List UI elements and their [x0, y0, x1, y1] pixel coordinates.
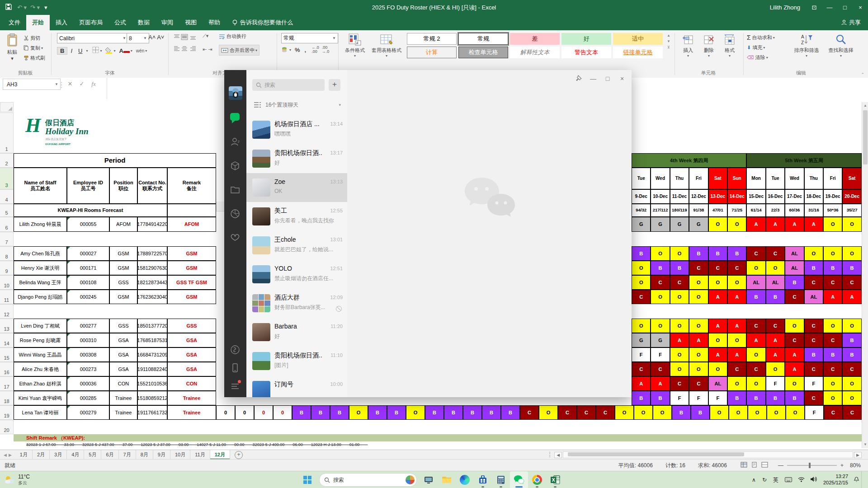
staff-cell-r14-c1[interactable]: 000310 — [67, 333, 109, 347]
staff-cell-r10-c2[interactable]: GSS — [109, 275, 137, 290]
row19-cell-2[interactable]: B — [330, 405, 349, 420]
date-cell-6[interactable]: 15-Dec — [746, 189, 765, 204]
staff-cell-r16-c2[interactable]: GSA — [109, 362, 137, 376]
staff-cell-r11-c4[interactable]: GSM — [167, 290, 216, 304]
roster-cell-r11-c4[interactable]: A — [708, 290, 727, 304]
roster-cell-r13-c1[interactable]: O — [651, 319, 670, 333]
roster-cell-r17-c1[interactable]: A — [651, 376, 670, 391]
cancel-entry-icon[interactable]: ✕ — [64, 80, 76, 87]
cell-style-常规[interactable]: 常规 — [458, 33, 508, 45]
date-cell-7[interactable]: 16-Dec — [766, 189, 785, 204]
staff-cell-r17-c3[interactable]: 15521010536 — [137, 376, 167, 391]
roster-cell-r17-c4[interactable]: AL — [708, 376, 727, 391]
delete-cells-button[interactable]: 删除▾ — [699, 32, 719, 67]
chats-icon[interactable] — [230, 113, 240, 123]
new-sheet-button[interactable]: + — [235, 451, 243, 459]
row19-cell-0[interactable]: B — [292, 405, 311, 420]
roster-cell-r10-c3[interactable]: O — [689, 275, 708, 290]
row-header-3[interactable]: 3 — [0, 168, 14, 189]
roster-cell-r10-c0[interactable]: O — [632, 275, 651, 290]
staff-cell-r10-c0[interactable]: Belinda Wang 王萍 — [14, 275, 67, 290]
roster-cell-r9-c0[interactable]: O — [632, 261, 651, 275]
new-chat-button[interactable]: + — [329, 79, 340, 91]
row19-cell-21[interactable]: B — [691, 405, 710, 420]
row19-cell-8[interactable]: B — [444, 405, 463, 420]
staff-cell-r10-c4[interactable]: GSS TF GSM — [167, 275, 216, 290]
roster-cell-r17-c5[interactable]: O — [727, 376, 746, 391]
weekday-cell-11[interactable]: Sat — [842, 168, 861, 189]
staff-cell-r9-c3[interactable]: 15812907630 — [137, 261, 167, 275]
row19-cell-17[interactable]: O — [615, 405, 634, 420]
row19-cell-3[interactable]: O — [349, 405, 368, 420]
forecast-cell-8[interactable]: 60/36 — [785, 204, 804, 217]
roster-cell-r13-c4[interactable]: A — [708, 319, 727, 333]
roster-cell-r10-c5[interactable]: O — [727, 275, 746, 290]
staff-cell-r18-c0[interactable]: Kimi Yuan 袁宇嵘鸣 — [14, 391, 67, 405]
font-color-button[interactable]: A — [119, 47, 129, 54]
confirm-entry-icon[interactable]: ✓ — [76, 80, 88, 87]
roster-cell-r18-c0[interactable]: B — [632, 391, 651, 405]
roster-cell-r14-c9[interactable]: C — [804, 333, 823, 347]
autosum-button[interactable]: Σ 自动求和▾ — [747, 33, 775, 42]
network-icon[interactable] — [795, 476, 807, 484]
pinned-chats-header[interactable]: 16个置顶聊天 ▾ — [246, 97, 347, 113]
bold-button[interactable]: B — [57, 47, 67, 55]
ribbon-tab-插入[interactable]: 插入 — [50, 15, 73, 30]
staff-cell-r13-c4[interactable]: GSS — [167, 319, 216, 333]
contacts-icon[interactable] — [230, 137, 240, 147]
staff-cell-r15-c2[interactable]: GSA — [109, 347, 137, 362]
row19-cell-26[interactable]: O — [786, 405, 805, 420]
staff-cell-r10-c1[interactable]: 000108 — [67, 275, 109, 290]
roster-cell-r8-c4[interactable]: B — [708, 246, 727, 261]
vertical-scrollbar[interactable]: ▲ ▼ — [862, 102, 868, 448]
roster-cell-r11-c0[interactable]: C — [632, 290, 651, 304]
insert-function-icon[interactable]: fx — [88, 80, 99, 88]
roster-cell-r18-c9[interactable]: C — [804, 391, 823, 405]
row19-cell-11[interactable]: B — [501, 405, 520, 420]
roster-cell-r17-c9[interactable]: F — [804, 376, 823, 391]
roster-cell-r8-c5[interactable]: B — [727, 246, 746, 261]
share-button[interactable]: 共享 — [841, 19, 861, 27]
roster-cell-r13-c6[interactable]: C — [746, 319, 765, 333]
roster-cell-r9-c7[interactable]: O — [766, 261, 785, 275]
weekday-cell-7[interactable]: Tue — [766, 168, 785, 189]
roster-cell-r15-c11[interactable]: B — [842, 347, 861, 362]
roster-cell-r17-c7[interactable]: F — [766, 376, 785, 391]
weekday-cell-3[interactable]: Fri — [689, 168, 708, 189]
roster-cell-r17-c10[interactable]: O — [823, 376, 842, 391]
staff-cell-r15-c1[interactable]: 000308 — [67, 347, 109, 362]
row19-cell-12[interactable]: C — [520, 405, 539, 420]
row19-cell-29[interactable]: C — [843, 405, 862, 420]
roster-cell-r6-c5[interactable]: O — [727, 217, 746, 232]
staff-cell-r16-c1[interactable]: 000273 — [67, 362, 109, 376]
roster-cell-r18-c3[interactable]: F — [689, 391, 708, 405]
row19-cell-7[interactable]: B — [425, 405, 444, 420]
zero-cell-2[interactable]: 0 — [254, 405, 273, 420]
roster-cell-r10-c11[interactable]: C — [842, 275, 861, 290]
roster-cell-r8-c2[interactable]: O — [670, 246, 689, 261]
weekday-cell-1[interactable]: Wed — [651, 168, 670, 189]
ribbon-tab-审阅[interactable]: 审阅 — [156, 15, 179, 30]
name-box[interactable]: AH3▼ — [3, 79, 61, 90]
roster-cell-r14-c8[interactable]: C — [785, 333, 804, 347]
roster-cell-r16-c10[interactable]: C — [823, 362, 842, 376]
zoom-slider[interactable] — [787, 465, 837, 466]
fill-color-button[interactable] — [105, 47, 113, 55]
wrap-text-button[interactable]: 自动换行 — [219, 33, 246, 40]
roster-cell-r11-c3[interactable]: O — [689, 290, 708, 304]
italic-button[interactable]: I — [67, 47, 75, 54]
staff-cell-r17-c1[interactable]: 000036 — [67, 376, 109, 391]
roster-cell-r16-c2[interactable]: O — [670, 362, 689, 376]
ribbon-tab-页面布局[interactable]: 页面布局 — [73, 15, 108, 30]
ribbon-tab-视图[interactable]: 视图 — [179, 15, 203, 30]
roster-cell-r16-c3[interactable]: O — [689, 362, 708, 376]
roster-cell-r11-c10[interactable]: A — [823, 290, 842, 304]
sheet-tab-10月[interactable]: 10月 — [170, 450, 190, 460]
insert-cells-button[interactable]: 插入▾ — [678, 32, 698, 67]
row-header-20[interactable]: 20 — [0, 420, 14, 434]
zoom-level[interactable]: 80% — [850, 462, 861, 469]
forecast-cell-6[interactable]: 61/14 — [746, 204, 765, 217]
roster-cell-r14-c11[interactable]: B — [842, 333, 861, 347]
staff-cell-r13-c3[interactable]: 18501377720 — [137, 319, 167, 333]
staff-cell-r18-c1[interactable]: 000285 — [67, 391, 109, 405]
